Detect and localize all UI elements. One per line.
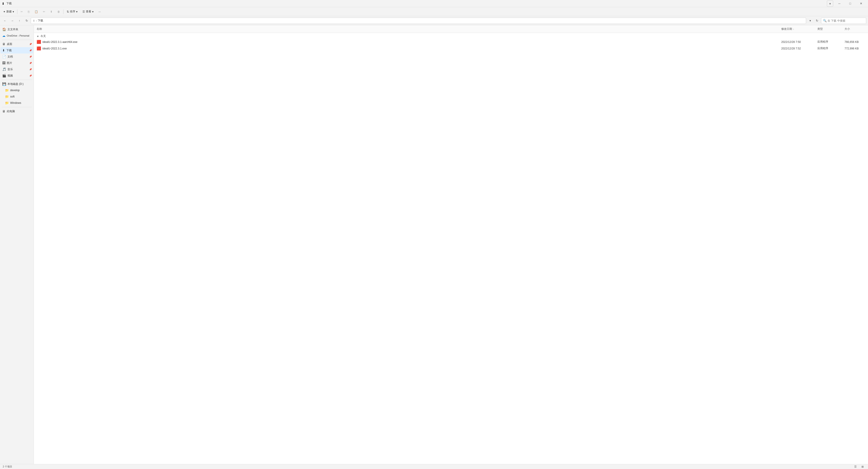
file-icon-1: 🟥 — [37, 40, 41, 44]
maximize-button[interactable]: □ — [845, 0, 855, 7]
path-downloads[interactable]: 下载 — [38, 19, 43, 23]
detail-view-button[interactable]: ⊞ — [860, 465, 865, 469]
copy-button[interactable]: ⎘ — [26, 8, 32, 15]
sidebar-item-music[interactable]: 🎵 音乐 📌 — [0, 66, 33, 72]
paste-icon: 📋 — [35, 10, 38, 13]
address-path[interactable]: ⬇ › 下载 — [31, 18, 806, 24]
back-button[interactable]: ← — [2, 18, 8, 24]
new-button[interactable]: ✦ ✦ 新建 新建 ▾ — [1, 8, 16, 15]
sidebar-onedrive-label: OneDrive - Personal — [7, 34, 29, 37]
thispc-icon: 🖥 — [2, 109, 5, 113]
col-type[interactable]: 类型 — [816, 26, 844, 32]
status-bar: 2 个项目 ☰ ⊞ — [0, 464, 868, 469]
sidebar-develop-label: develop — [10, 89, 20, 92]
new-dropdown-arrow: ▾ — [13, 10, 14, 13]
pin-icon-downloads: 📌 — [29, 49, 32, 52]
status-right: ☰ ⊞ — [852, 465, 865, 469]
file-type-1: 应用程序 — [816, 39, 844, 44]
col-size[interactable]: 大小 — [844, 26, 866, 32]
file-icon-2: 🟥 — [37, 46, 41, 51]
file-name-cell-1: 🟥 idealU-2022.3.1-aarch64.exe — [36, 39, 780, 45]
sidebar-home-label: 主文件夹 — [7, 28, 18, 31]
table-row[interactable]: 🟥 idealU-2022.3.1.exe 2022/12/28 7:52 应用… — [34, 45, 868, 52]
file-size-1: 766,656 KB — [844, 40, 866, 44]
search-box[interactable]: 🔍 — [821, 18, 866, 24]
sidebar-item-home[interactable]: 🏠 主文件夹 — [0, 26, 33, 33]
pin-icon-videos: 📌 — [29, 74, 32, 77]
downloads-icon: ⬇ — [2, 48, 5, 52]
expand-button[interactable]: ▾ — [807, 18, 813, 24]
list-view-icon: ☰ — [854, 465, 857, 468]
sidebar-item-downloads[interactable]: ⬇ 下载 📌 — [0, 47, 33, 54]
view-button[interactable]: ☰ 查看 ▾ — [80, 8, 96, 15]
sidebar-music-label: 音乐 — [7, 67, 13, 71]
refresh-path-button[interactable]: ↻ — [814, 18, 820, 24]
sidebar-item-videos[interactable]: 🎬 视频 📌 — [0, 72, 33, 79]
item-count: 2 个项目 — [3, 465, 12, 468]
sidebar-item-soft[interactable]: 📁 soft — [0, 94, 33, 100]
window-title: 下载 — [4, 2, 827, 5]
group-label: 今天 — [40, 34, 46, 38]
sidebar-item-onedrive[interactable]: ☁ OneDrive - Personal — [0, 33, 33, 39]
new-icon: ✦ — [3, 10, 5, 13]
view-icon: ☰ — [83, 10, 85, 13]
videos-icon: 🎬 — [2, 74, 6, 77]
separator-1 — [17, 9, 18, 14]
sidebar-documents-label: 文档 — [7, 55, 13, 59]
sidebar-item-develop[interactable]: 📁 develop — [0, 87, 33, 94]
desktop-icon: 🖥 — [2, 42, 5, 46]
address-bar: ← → ↑ ↻ ⬇ › 下载 ▾ ↻ 🔍 — [0, 16, 868, 25]
home-icon: 🏠 — [2, 28, 6, 31]
pin-icon-music: 📌 — [29, 68, 32, 71]
copy-icon: ⎘ — [28, 10, 30, 13]
music-icon: 🎵 — [2, 67, 6, 71]
view-dropdown-arrow: ▾ — [92, 10, 94, 13]
table-row[interactable]: 🟥 idealU-2022.3.1-aarch64.exe 2022/12/28… — [34, 39, 868, 45]
col-modified[interactable]: 修改日期 ↓ — [780, 26, 816, 32]
sidebar-item-desktop[interactable]: 🖥 桌面 📌 — [0, 41, 33, 47]
sidebar: 🏠 主文件夹 ☁ OneDrive - Personal 🖥 桌面 📌 ⬇ 下载… — [0, 25, 34, 464]
detail-view-icon: ⊞ — [862, 465, 864, 468]
sidebar-item-windows[interactable]: 📁 Windows — [0, 100, 33, 106]
documents-icon: 📄 — [2, 55, 6, 59]
sidebar-item-documents[interactable]: 📄 文档 📌 — [0, 54, 33, 60]
paste-button[interactable]: 📋 — [32, 8, 40, 15]
sidebar-item-pictures[interactable]: 🖼 图片 📌 — [0, 60, 33, 66]
main-content: 🏠 主文件夹 ☁ OneDrive - Personal 🖥 桌面 📌 ⬇ 下载… — [0, 25, 868, 464]
pictures-icon: 🖼 — [2, 61, 5, 65]
sort-dropdown-arrow: ▾ — [76, 10, 78, 13]
toolbar: ✦ ✦ 新建 新建 ▾ ✂ ⎘ 📋 ✏ ⬆ 🗑 ⇅ 排序 ▾ ☰ 查看 ▾ ··… — [0, 7, 868, 16]
group-arrow-icon: ▼ — [37, 35, 39, 38]
onedrive-icon: ☁ — [2, 34, 5, 37]
file-size-2: 772,996 KB — [844, 46, 866, 51]
file-list: 名称 修改日期 ↓ 类型 大小 ▼ 今天 🟥 idealU-2022.3.1-a… — [34, 25, 868, 464]
col-name[interactable]: 名称 — [36, 26, 780, 32]
group-today[interactable]: ▼ 今天 — [34, 33, 868, 39]
sidebar-thispc-label: 此电脑 — [7, 109, 15, 113]
window-controls: ─ □ ✕ — [834, 0, 866, 7]
windows-folder-icon: 📁 — [5, 101, 9, 105]
file-name-2: idealU-2022.3.1.exe — [42, 47, 67, 50]
minimize-button[interactable]: ─ — [834, 0, 844, 7]
more-button[interactable]: ··· — [96, 8, 103, 15]
cut-button[interactable]: ✂ — [18, 8, 25, 15]
sidebar-downloads-label: 下载 — [6, 48, 12, 53]
close-button[interactable]: ✕ — [856, 0, 866, 7]
new-tab-button[interactable]: + — [827, 0, 833, 7]
soft-folder-icon: 📁 — [5, 95, 9, 98]
sidebar-item-thispc[interactable]: 🖥 此电脑 — [0, 108, 33, 114]
localdisk-icon: 💾 — [2, 82, 6, 86]
rename-button[interactable]: ✏ — [41, 8, 48, 15]
file-name-cell-2: 🟥 idealU-2022.3.1.exe — [36, 45, 780, 51]
up-button[interactable]: ↑ — [16, 18, 23, 24]
sort-arrow-icon: ↓ — [793, 28, 794, 30]
share-button[interactable]: ⬆ — [48, 8, 55, 15]
address-bar-controls: ▾ ↻ — [807, 18, 820, 24]
sort-button[interactable]: ⇅ 排序 ▾ — [64, 8, 80, 15]
forward-button[interactable]: → — [9, 18, 16, 24]
list-view-button[interactable]: ☰ — [852, 465, 858, 469]
delete-button[interactable]: 🗑 — [55, 8, 62, 15]
sidebar-item-localdisk[interactable]: 💾 本地磁盘 (D:) — [0, 81, 33, 87]
refresh-button[interactable]: ↻ — [24, 18, 30, 24]
search-input[interactable] — [828, 19, 864, 22]
